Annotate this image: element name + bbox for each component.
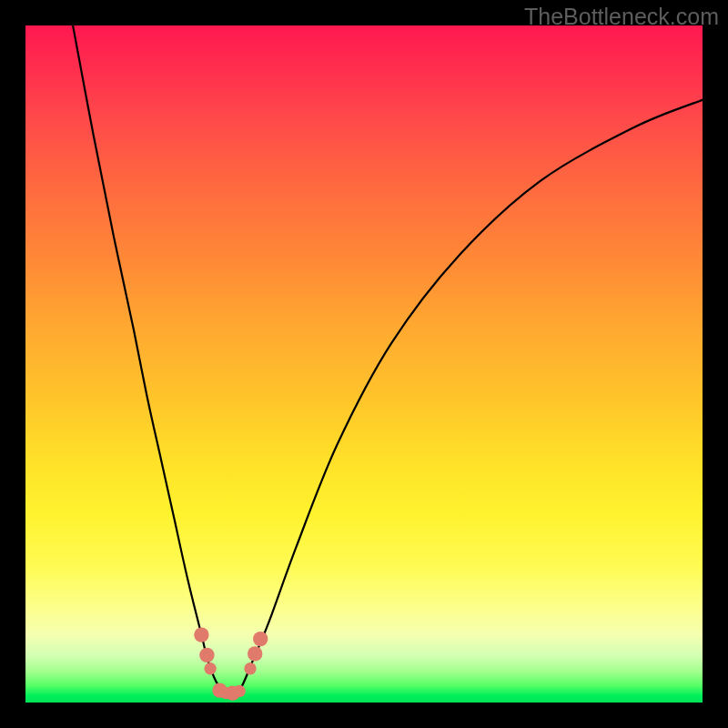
curve-marker	[233, 685, 245, 697]
curve-marker	[204, 662, 216, 674]
bottleneck-curve-svg	[25, 25, 703, 703]
bottleneck-curve-line	[73, 25, 703, 693]
curve-marker	[199, 648, 214, 662]
curve-marker	[244, 662, 256, 674]
curve-marker	[194, 627, 208, 642]
curve-marker	[248, 646, 262, 661]
chart-frame: TheBottleneck.com	[0, 0, 728, 728]
curve-marker	[253, 632, 268, 646]
chart-plot-area	[25, 25, 703, 703]
watermark-text: TheBottleneck.com	[524, 4, 719, 30]
curve-markers	[194, 627, 268, 700]
